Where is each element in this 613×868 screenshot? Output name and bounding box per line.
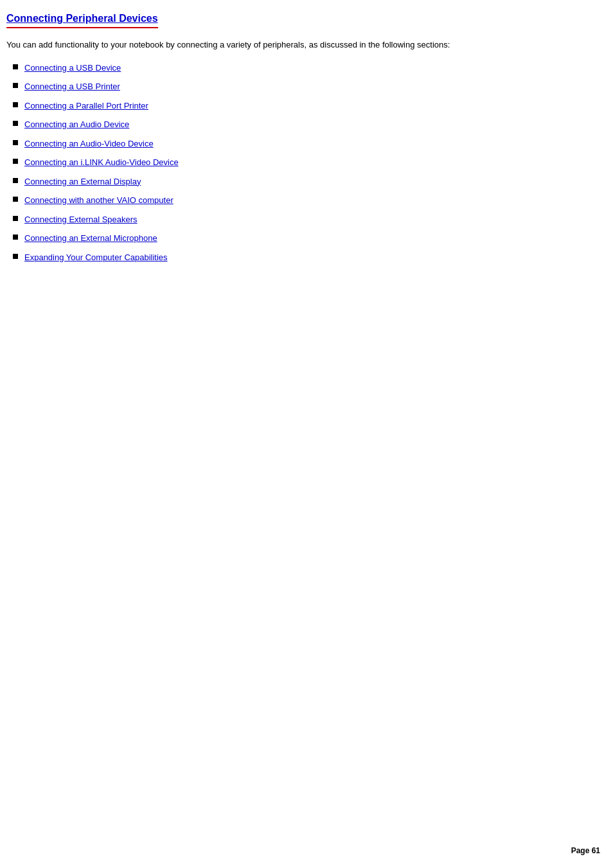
- page-title: Connecting Peripheral Devices: [6, 13, 158, 28]
- link-another-vaio[interactable]: Connecting with another VAIO computer: [24, 194, 173, 207]
- link-expanding-capabilities[interactable]: Expanding Your Computer Capabilities: [24, 251, 168, 264]
- bullet-icon: [13, 140, 18, 145]
- list-item: Connecting a USB Printer: [13, 80, 585, 93]
- list-item: Connecting a USB Device: [13, 62, 585, 75]
- list-item: Connecting an i.LINK Audio-Video Device: [13, 156, 585, 169]
- link-usb-printer[interactable]: Connecting a USB Printer: [24, 80, 120, 93]
- bullet-icon: [13, 235, 18, 240]
- link-audio-device[interactable]: Connecting an Audio Device: [24, 118, 129, 131]
- bullet-icon: [13, 102, 18, 107]
- list-item: Connecting External Speakers: [13, 213, 585, 226]
- link-audio-video-device[interactable]: Connecting an Audio-Video Device: [24, 137, 154, 150]
- bullet-icon: [13, 216, 18, 221]
- bullet-icon: [13, 254, 18, 259]
- list-item: Connecting with another VAIO computer: [13, 194, 585, 207]
- bullet-icon: [13, 64, 18, 69]
- link-external-display[interactable]: Connecting an External Display: [24, 175, 141, 188]
- bullet-icon: [13, 121, 18, 126]
- link-usb-device[interactable]: Connecting a USB Device: [24, 62, 121, 75]
- link-parallel-port-printer[interactable]: Connecting a Parallel Port Printer: [24, 100, 148, 112]
- link-external-speakers[interactable]: Connecting External Speakers: [24, 213, 138, 226]
- list-item: Connecting an External Display: [13, 175, 585, 188]
- bullet-icon: [13, 83, 18, 88]
- page-container: Connecting Peripheral Devices You can ad…: [0, 0, 604, 308]
- list-item: Connecting an Audio-Video Device: [13, 137, 585, 150]
- bullet-icon: [13, 159, 18, 164]
- link-external-microphone[interactable]: Connecting an External Microphone: [24, 232, 157, 245]
- list-item: Connecting an External Microphone: [13, 232, 585, 245]
- list-item: Connecting a Parallel Port Printer: [13, 100, 585, 112]
- link-ilink-audio-video-device[interactable]: Connecting an i.LINK Audio-Video Device: [24, 156, 179, 169]
- list-item: Expanding Your Computer Capabilities: [13, 251, 585, 264]
- bullet-icon: [13, 178, 18, 183]
- link-list: Connecting a USB DeviceConnecting a USB …: [6, 62, 585, 264]
- intro-text: You can add functionality to your notebo…: [6, 39, 585, 51]
- bullet-icon: [13, 197, 18, 202]
- page-number: Page 61: [571, 846, 600, 855]
- list-item: Connecting an Audio Device: [13, 118, 585, 131]
